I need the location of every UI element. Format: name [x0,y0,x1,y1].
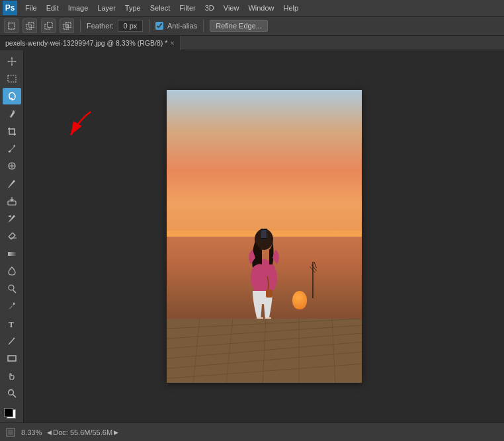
zoom-tool[interactable] [3,385,21,402]
main-layout: T [0,50,504,422]
svg-point-22 [8,390,13,395]
svg-rect-7 [65,24,68,27]
status-bar: 8.33% ◀ Doc: 55.6M/55.6M ▶ [0,422,504,441]
antialias-checkbox[interactable] [155,22,163,30]
svg-point-18 [13,303,15,304]
buoy [292,291,307,309]
left-toolbar: T [0,50,24,422]
photo-content [167,90,362,383]
gradient-tool[interactable] [3,245,21,262]
separator-3 [203,19,204,32]
menu-select[interactable]: Select [146,3,175,13]
feather-input[interactable] [118,20,143,32]
menu-view[interactable]: View [220,3,243,13]
svg-line-23 [13,395,16,398]
person-silhouette [240,205,288,327]
tab-close-button[interactable]: × [170,39,174,47]
brush-tool[interactable] [3,175,21,192]
move-tool[interactable] [3,53,21,69]
svg-line-26 [314,262,316,268]
color-swatches[interactable] [3,408,21,422]
text-tool[interactable]: T [3,315,21,332]
zoom-level: 8.33% [21,428,42,436]
menu-help[interactable]: Help [280,3,303,13]
svg-rect-21 [8,356,16,361]
menu-type[interactable]: Type [121,3,145,13]
history-brush-tool[interactable] [3,210,21,227]
svg-point-16 [9,285,14,290]
crop-tool[interactable] [3,123,21,140]
photo-canvas [167,90,362,383]
arrow-right[interactable]: ▶ [114,429,118,436]
canvas-area[interactable] [24,50,504,422]
document-tab-title: pexels-wendy-wei-13299947.jpg @ 8.33% (R… [5,39,167,47]
subtract-selection-button[interactable] [41,19,56,33]
svg-point-9 [13,110,14,112]
tab-bar: pexels-wendy-wei-13299947.jpg @ 8.33% (R… [0,36,504,50]
red-arrow-annotation [48,102,101,155]
antialias-label: Anti-alias [167,22,197,30]
svg-rect-2 [28,22,33,26]
svg-rect-31 [261,230,267,238]
arrow-left[interactable]: ◀ [47,429,52,436]
doc-size: Doc: 55.6M/55.6M [53,428,112,436]
quick-selection-tool[interactable] [3,105,21,122]
status-icon-left [5,427,16,438]
ps-logo: Ps [3,1,17,15]
menu-window[interactable]: Window [244,3,278,13]
svg-rect-49 [8,430,13,435]
document-tab[interactable]: pexels-wendy-wei-13299947.jpg @ 8.33% (R… [0,36,181,50]
svg-rect-0 [8,22,14,28]
mast-silhouette [305,262,321,298]
pen-tool[interactable] [3,298,21,314]
separator-2 [149,19,149,32]
refine-edge-button[interactable]: Refine Edge... [210,20,268,32]
lasso-tool[interactable] [3,88,21,104]
svg-rect-4 [47,22,52,26]
menu-bar: Ps File Edit Image Layer Type Select Fil… [0,0,504,16]
svg-line-17 [13,290,16,293]
svg-rect-8 [8,75,16,82]
svg-text:T: T [9,320,14,329]
healing-brush-tool[interactable] [3,158,21,175]
hand-tool[interactable] [3,368,21,384]
options-bar: Feather: Anti-alias Refine Edge... [0,16,504,36]
svg-rect-13 [8,201,16,205]
dock-planks [167,319,362,383]
dodge-tool[interactable] [3,280,21,297]
foreground-color-swatch[interactable] [4,408,13,417]
shape-tool[interactable] [3,350,21,367]
path-selection-tool[interactable] [3,333,21,349]
separator-1 [80,19,81,32]
menu-image[interactable]: Image [64,3,93,13]
menu-layer[interactable]: Layer [93,3,120,13]
stamp-tool[interactable] [3,193,21,210]
svg-rect-15 [8,252,16,256]
add-selection-button[interactable] [22,19,37,33]
menu-3d[interactable]: 3D [201,3,218,13]
menu-filter[interactable]: Filter [175,3,199,13]
new-selection-button[interactable] [4,19,19,33]
marquee-tool[interactable] [3,70,21,87]
intersect-selection-button[interactable] [60,19,74,33]
svg-rect-34 [266,290,273,298]
eraser-tool[interactable] [3,228,21,245]
status-arrows[interactable]: ◀ Doc: 55.6M/55.6M ▶ [47,428,118,436]
eyedropper-tool[interactable] [3,140,21,157]
feather-label: Feather: [87,22,114,30]
menu-file[interactable]: File [21,3,41,13]
menu-edit[interactable]: Edit [42,3,63,13]
blur-tool[interactable] [3,262,21,279]
